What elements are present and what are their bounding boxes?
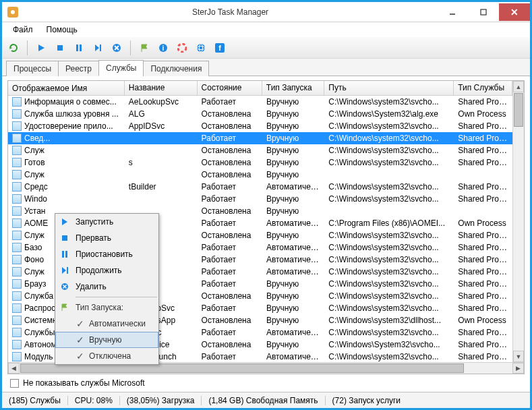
vertical-scrollbar[interactable]: ▲ ▼ [512,81,524,362]
cell-path: C:\Windows\system32\svcho... [324,254,454,265]
cell-state: Работает [198,266,262,277]
col-start-type[interactable]: Тип Запуска [262,81,324,95]
tab-connections[interactable]: Подключения [143,61,209,76]
service-icon [12,291,22,301]
info-icon[interactable]: i [156,40,171,55]
cell-type: Shared Process [454,145,512,156]
scroll-thumb[interactable] [514,93,523,127]
cell-state: Работает [198,242,262,253]
svg-rect-17 [62,235,67,241]
col-name[interactable]: Название [125,81,198,95]
cell-name [125,198,198,200]
tab-processes[interactable]: Процессы [6,61,59,76]
svg-point-12 [197,44,205,52]
col-display-name[interactable]: Отображаемое Имя [8,81,125,95]
stop-icon [59,233,70,243]
titlebar[interactable]: SterJo Task Manager ✕ [2,2,530,22]
tab-services[interactable]: Службы [98,60,144,76]
hscroll-thumb[interactable] [20,363,464,373]
col-path[interactable]: Путь [324,81,454,95]
cell-start: Автоматически [262,218,324,229]
step-icon[interactable] [90,40,105,55]
delete-icon[interactable] [109,40,124,55]
cm-start[interactable]: Запустить [55,214,158,230]
cell-start: Вручную [262,230,324,241]
scroll-right-icon[interactable]: ▶ [512,363,524,374]
hide-ms-checkbox-row[interactable]: Не показывать службы Microsoft [7,374,525,392]
cell-state: Остановлена [198,109,262,119]
service-icon [12,316,22,325]
cm-delete[interactable]: Удалить [55,279,158,295]
scroll-down-icon[interactable]: ▼ [513,351,524,362]
cm-resume[interactable]: Продолжить [55,262,158,279]
cell-state: Остановлена [198,339,262,350]
cell-type: Shared Process [454,181,512,192]
table-row[interactable]: Информация о совмес...AeLookupSvcРаботае… [8,96,512,108]
cell-type: Shared Process [454,230,512,241]
minimize-button[interactable] [437,3,468,21]
grid-header[interactable]: Отображаемое Имя Название Состояние Тип … [8,81,512,96]
pause-icon[interactable] [71,40,86,55]
globe-icon[interactable] [194,40,208,55]
cell-path: C:\Windows\system32\svcho... [324,266,454,277]
facebook-icon[interactable]: f [212,40,227,55]
cell-type: Own Process [454,218,512,229]
table-row[interactable]: Удостоверение прило...AppIDSvcОстановлен… [8,120,512,132]
flag-icon[interactable] [137,40,152,55]
refresh-icon[interactable] [6,40,21,55]
cell-path: C:\Windows\System32\svcho... [324,339,454,350]
cell-display: Служба шлюза уровня ... [24,109,119,119]
cell-type: Shared Process [454,194,512,204]
cm-manual[interactable]: ✓ Вручную [55,332,158,348]
cell-display: Служ [24,146,45,155]
hide-ms-checkbox[interactable] [10,379,19,388]
table-row[interactable]: ГотовsОстановленаВручнуюC:\Windows\syste… [8,156,512,169]
cell-display: Служ [24,231,45,240]
cm-pause[interactable]: Приостановить [55,246,158,262]
cell-state: Остановлена [198,315,262,326]
cell-type: Own Process [454,315,512,326]
cm-separator [76,297,157,297]
table-row[interactable]: СлужОстановленаВручнуюC:\Windows\system3… [8,144,512,156]
service-icon [12,255,22,264]
col-service-type[interactable]: Тип Службы [454,81,512,95]
svg-text:i: i [162,45,165,52]
cell-start: Вручную [262,145,324,156]
cell-type: Shared Process [454,351,512,362]
scroll-up-icon[interactable]: ▲ [513,81,524,92]
toolbar: i f [2,37,530,59]
col-state[interactable]: Состояние [198,81,262,95]
service-icon [12,231,22,240]
table-row[interactable]: СредсtBuilderРаботаетАвтоматическиC:\Win… [8,181,512,193]
table-row[interactable]: WindoРаботаетВручнуюC:\Windows\system32\… [8,193,512,205]
cm-stop[interactable]: Прервать [55,230,158,246]
cm-disabled[interactable]: ✓ Отключена [55,348,158,364]
help-icon[interactable] [175,40,189,55]
tab-registry[interactable]: Реестр [58,61,99,76]
maximize-button[interactable] [468,3,499,21]
menu-help[interactable]: Помощь [40,24,84,36]
service-icon [12,109,22,119]
play-icon[interactable] [34,40,49,55]
cell-start: Вручную [262,109,324,119]
delete-icon [59,281,70,292]
cell-type: Shared Process [454,254,512,265]
stop-icon[interactable] [53,40,67,55]
statusbar: (185) Службы CPU: 08% (38,05%) Загрузка … [2,392,530,408]
cm-auto[interactable]: ✓ Автоматически [55,316,158,332]
cell-display: Готов [24,158,45,167]
close-button[interactable]: ✕ [499,3,530,21]
service-icon [12,170,22,179]
table-row[interactable]: СлужОстановленаВручную [8,169,512,181]
menu-file[interactable]: Файл [6,24,40,36]
check-icon: ✓ [74,334,86,345]
cell-state: Работает [198,351,262,362]
cell-name [125,150,198,151]
table-row[interactable]: Служба шлюза уровня ...ALGОстановленаВру… [8,108,512,120]
cell-start: Вручную [262,339,324,350]
cell-display: Базо [24,243,42,252]
menubar: Файл Помощь [2,22,530,37]
cell-start: Автоматически [262,254,324,265]
scroll-left-icon[interactable]: ◀ [8,363,20,374]
table-row[interactable]: Свед...РаботаетВручнуюC:\Windows\system3… [8,132,512,144]
